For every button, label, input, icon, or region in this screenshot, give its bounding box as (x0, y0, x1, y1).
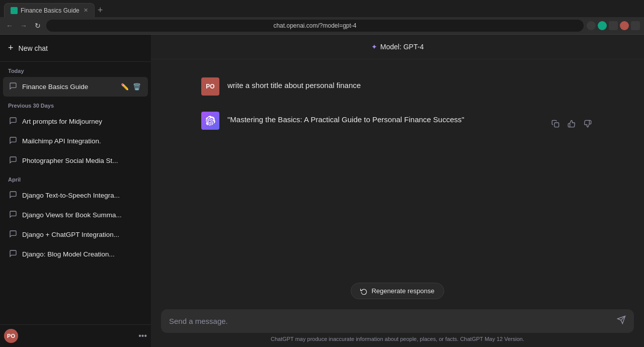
chat-bubble-icon-7 (9, 230, 17, 239)
chat-header: ✦ Model: GPT-4 (151, 35, 644, 59)
gpt-avatar (201, 112, 219, 130)
chat-item-art-prompts[interactable]: Art prompts for Midjourney (3, 112, 148, 131)
regenerate-button[interactable]: Regenerate response (351, 283, 444, 299)
section-previous-30: Previous 30 Days (0, 97, 151, 112)
assistant-message-text: "Mastering the Basics: A Practical Guide… (227, 114, 541, 126)
assistant-message-content: "Mastering the Basics: A Practical Guide… (227, 112, 541, 131)
message-actions (549, 116, 594, 131)
disclaimer: ChatGPT may produce inaccurate informati… (161, 333, 634, 345)
browser-ext-icon-3[interactable] (609, 21, 618, 30)
chat-item-django-views[interactable]: Django Views for Book Summa... (3, 205, 148, 225)
tab-bar: Finance Basics Guide ✕ + (0, 0, 644, 17)
bottom-area: Regenerate response ChatGPT may produce … (151, 277, 644, 347)
svg-rect-0 (554, 123, 559, 127)
section-today: Today (0, 62, 151, 77)
input-area (161, 309, 634, 333)
thumbs-up-button[interactable] (566, 118, 578, 131)
back-button[interactable]: ← (4, 22, 15, 30)
main-content: ✦ Model: GPT-4 PO write a short title ab… (151, 35, 644, 347)
tab-close-button[interactable]: ✕ (84, 7, 88, 14)
section-april: April (0, 170, 151, 186)
chat-item-django-blog[interactable]: Django: Blog Model Creation... (3, 244, 148, 264)
edit-chat-button[interactable]: ✏️ (120, 82, 130, 92)
sidebar-more-button[interactable]: ••• (138, 331, 147, 340)
browser-ext-icon-5[interactable] (631, 21, 640, 30)
model-label: Model: GPT-4 (380, 43, 424, 51)
browser-chrome: Finance Basics Guide ✕ + ← → ↻ (0, 0, 644, 35)
chat-bubble-icon-2 (9, 117, 17, 126)
chat-bubble-icon-6 (9, 210, 17, 220)
browser-ext-icon-1[interactable] (587, 21, 596, 30)
chat-title-mailchimp: Mailchimp API Integration. (22, 137, 123, 145)
chat-title-django-tts: Django Text-to-Speech Integra... (22, 192, 123, 199)
chat-bubble-icon-8 (9, 249, 17, 259)
chat-bubble-icon-4 (9, 156, 17, 165)
chat-item-mailchimp[interactable]: Mailchimp API Integration. (3, 131, 148, 151)
app-container: + New chat Today Finance Basics Guide ✏️… (0, 35, 644, 347)
url-input[interactable] (46, 20, 584, 32)
model-badge: ✦ Model: GPT-4 (371, 43, 424, 51)
chat-title-django-blog: Django: Blog Model Creation... (22, 250, 123, 258)
delete-chat-button[interactable]: 🗑️ (132, 82, 142, 92)
chat-title-art: Art prompts for Midjourney (22, 118, 123, 125)
thumbs-down-button[interactable] (582, 118, 594, 131)
user-avatar[interactable]: PO (4, 329, 18, 343)
forward-button[interactable]: → (18, 22, 29, 30)
send-button[interactable] (617, 315, 626, 327)
chat-bubble-icon-3 (9, 136, 17, 146)
message-user: PO write a short title about personal fi… (181, 69, 614, 104)
chat-item-django-chatgpt[interactable]: Django + ChatGPT Integration... (3, 225, 148, 244)
chat-item-django-tts[interactable]: Django Text-to-Speech Integra... (3, 186, 148, 205)
message-assistant: "Mastering the Basics: A Practical Guide… (181, 104, 614, 139)
copy-button[interactable] (549, 118, 561, 131)
regenerate-container: Regenerate response (161, 283, 634, 305)
sidebar: + New chat Today Finance Basics Guide ✏️… (0, 35, 151, 347)
messages-area: PO write a short title about personal fi… (151, 59, 644, 277)
sidebar-bottom: PO ••• (0, 324, 151, 347)
regenerate-label: Regenerate response (371, 287, 434, 295)
chat-title-django-views: Django Views for Book Summa... (22, 211, 123, 219)
browser-actions (587, 21, 640, 30)
refresh-button[interactable]: ↻ (32, 22, 43, 30)
chat-title-photographer: Photographer Social Media St... (22, 157, 123, 164)
sparkle-icon: ✦ (371, 43, 377, 51)
chat-item-actions: ✏️ 🗑️ (120, 82, 142, 92)
user-message-content: write a short title about personal finan… (227, 77, 594, 96)
chat-title-finance: Finance Basics Guide (22, 83, 115, 91)
chat-bubble-icon-5 (9, 191, 17, 200)
plus-icon: + (8, 43, 14, 53)
new-chat-button[interactable]: + New chat (0, 35, 151, 62)
chat-item-finance[interactable]: Finance Basics Guide ✏️ 🗑️ (3, 77, 148, 97)
user-message-text: write a short title about personal finan… (227, 79, 594, 92)
chat-bubble-icon (9, 82, 17, 92)
chat-item-photographer[interactable]: Photographer Social Media St... (3, 151, 148, 170)
tab-title: Finance Basics Guide (21, 7, 79, 14)
address-bar: ← → ↻ (0, 17, 644, 34)
browser-ext-icon-4[interactable] (620, 21, 629, 30)
user-avatar-message: PO (201, 77, 219, 96)
new-chat-label: New chat (19, 44, 48, 52)
message-input[interactable] (169, 317, 612, 325)
chat-title-django-chatgpt: Django + ChatGPT Integration... (22, 231, 123, 238)
browser-ext-icon-2[interactable] (598, 21, 607, 30)
tab-favicon (11, 7, 18, 14)
new-tab-button[interactable]: + (95, 5, 106, 16)
active-tab[interactable]: Finance Basics Guide ✕ (4, 3, 95, 17)
